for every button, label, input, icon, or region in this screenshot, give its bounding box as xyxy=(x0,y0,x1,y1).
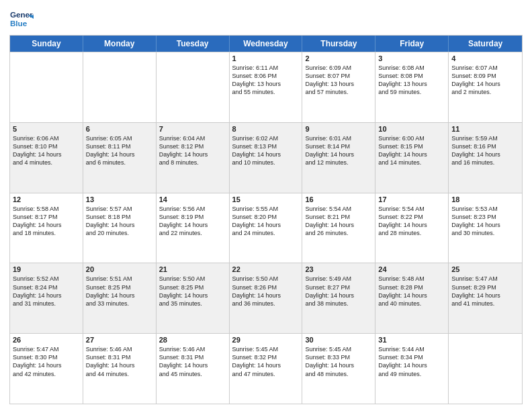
day-cell-19: 19Sunrise: 5:52 AM Sunset: 8:24 PM Dayli… xyxy=(10,263,83,333)
day-info: Sunrise: 5:49 AM Sunset: 8:27 PM Dayligh… xyxy=(305,275,372,308)
day-cell-8: 8Sunrise: 6:02 AM Sunset: 8:13 PM Daylig… xyxy=(230,123,303,193)
day-cell-31: 31Sunrise: 5:44 AM Sunset: 8:34 PM Dayli… xyxy=(375,334,449,404)
day-number: 1 xyxy=(232,54,300,62)
day-info: Sunrise: 5:56 AM Sunset: 8:19 PM Dayligh… xyxy=(159,205,226,238)
day-number: 16 xyxy=(305,195,372,203)
day-number: 17 xyxy=(378,195,445,203)
day-header-thursday: Thursday xyxy=(302,36,375,52)
day-number: 21 xyxy=(159,265,226,273)
day-number: 14 xyxy=(159,195,226,203)
day-info: Sunrise: 5:52 AM Sunset: 8:24 PM Dayligh… xyxy=(13,275,80,308)
day-number: 27 xyxy=(86,336,153,344)
day-number: 28 xyxy=(159,336,226,344)
day-number: 4 xyxy=(451,54,519,62)
day-info: Sunrise: 5:50 AM Sunset: 8:25 PM Dayligh… xyxy=(159,275,226,308)
day-info: Sunrise: 5:50 AM Sunset: 8:26 PM Dayligh… xyxy=(232,275,300,308)
day-info: Sunrise: 5:54 AM Sunset: 8:21 PM Dayligh… xyxy=(305,205,372,238)
day-number: 3 xyxy=(378,54,445,62)
day-info: Sunrise: 6:02 AM Sunset: 8:13 PM Dayligh… xyxy=(232,134,300,167)
day-cell-22: 22Sunrise: 5:50 AM Sunset: 8:26 PM Dayli… xyxy=(230,263,303,333)
day-header-sunday: Sunday xyxy=(10,36,83,52)
day-cell-12: 12Sunrise: 5:58 AM Sunset: 8:17 PM Dayli… xyxy=(10,193,83,263)
day-info: Sunrise: 5:53 AM Sunset: 8:23 PM Dayligh… xyxy=(451,205,519,238)
day-header-tuesday: Tuesday xyxy=(157,36,230,52)
day-number: 22 xyxy=(232,265,300,273)
day-info: Sunrise: 5:54 AM Sunset: 8:22 PM Dayligh… xyxy=(378,205,445,238)
day-cell-27: 27Sunrise: 5:46 AM Sunset: 8:31 PM Dayli… xyxy=(83,334,157,404)
logo: General Blue xyxy=(9,7,34,31)
day-cell-4: 4Sunrise: 6:07 AM Sunset: 8:09 PM Daylig… xyxy=(449,52,522,122)
day-info: Sunrise: 5:57 AM Sunset: 8:18 PM Dayligh… xyxy=(86,205,153,238)
day-number: 13 xyxy=(86,195,153,203)
day-info: Sunrise: 6:07 AM Sunset: 8:09 PM Dayligh… xyxy=(451,64,519,97)
day-header-friday: Friday xyxy=(375,36,449,52)
day-cell-9: 9Sunrise: 6:01 AM Sunset: 8:14 PM Daylig… xyxy=(302,123,375,193)
day-cell-5: 5Sunrise: 6:06 AM Sunset: 8:10 PM Daylig… xyxy=(10,123,83,193)
day-info: Sunrise: 6:11 AM Sunset: 8:06 PM Dayligh… xyxy=(232,64,300,97)
week-row-2: 5Sunrise: 6:06 AM Sunset: 8:10 PM Daylig… xyxy=(10,122,522,193)
day-info: Sunrise: 6:01 AM Sunset: 8:14 PM Dayligh… xyxy=(305,134,372,167)
week-row-4: 19Sunrise: 5:52 AM Sunset: 8:24 PM Dayli… xyxy=(10,263,522,333)
day-cell-15: 15Sunrise: 5:55 AM Sunset: 8:20 PM Dayli… xyxy=(230,193,303,263)
day-info: Sunrise: 5:55 AM Sunset: 8:20 PM Dayligh… xyxy=(232,205,300,238)
empty-cell xyxy=(10,52,83,122)
day-info: Sunrise: 6:05 AM Sunset: 8:11 PM Dayligh… xyxy=(86,134,153,167)
day-cell-3: 3Sunrise: 6:08 AM Sunset: 8:08 PM Daylig… xyxy=(375,52,449,122)
day-cell-30: 30Sunrise: 5:45 AM Sunset: 8:33 PM Dayli… xyxy=(302,334,375,404)
day-header-saturday: Saturday xyxy=(449,36,522,52)
day-cell-11: 11Sunrise: 5:59 AM Sunset: 8:16 PM Dayli… xyxy=(449,123,522,193)
day-cell-14: 14Sunrise: 5:56 AM Sunset: 8:19 PM Dayli… xyxy=(157,193,230,263)
day-cell-26: 26Sunrise: 5:47 AM Sunset: 8:30 PM Dayli… xyxy=(10,334,83,404)
week-row-1: 1Sunrise: 6:11 AM Sunset: 8:06 PM Daylig… xyxy=(10,52,522,122)
day-info: Sunrise: 6:06 AM Sunset: 8:10 PM Dayligh… xyxy=(13,134,80,167)
day-number: 25 xyxy=(451,265,519,273)
day-info: Sunrise: 5:47 AM Sunset: 8:29 PM Dayligh… xyxy=(451,275,519,308)
day-header-wednesday: Wednesday xyxy=(230,36,303,52)
day-number: 6 xyxy=(86,125,153,133)
day-cell-7: 7Sunrise: 6:04 AM Sunset: 8:12 PM Daylig… xyxy=(157,123,230,193)
day-number: 10 xyxy=(378,125,445,133)
day-number: 2 xyxy=(305,54,372,62)
day-cell-18: 18Sunrise: 5:53 AM Sunset: 8:23 PM Dayli… xyxy=(449,193,522,263)
calendar-header: SundayMondayTuesdayWednesdayThursdayFrid… xyxy=(10,36,522,52)
day-number: 31 xyxy=(378,336,445,344)
day-cell-1: 1Sunrise: 6:11 AM Sunset: 8:06 PM Daylig… xyxy=(230,52,303,122)
day-cell-10: 10Sunrise: 6:00 AM Sunset: 8:15 PM Dayli… xyxy=(375,123,449,193)
day-info: Sunrise: 5:45 AM Sunset: 8:32 PM Dayligh… xyxy=(232,345,300,378)
day-number: 7 xyxy=(159,125,226,133)
day-cell-2: 2Sunrise: 6:09 AM Sunset: 8:07 PM Daylig… xyxy=(302,52,375,122)
day-header-monday: Monday xyxy=(83,36,157,52)
day-cell-29: 29Sunrise: 5:45 AM Sunset: 8:32 PM Dayli… xyxy=(230,334,303,404)
svg-text:Blue: Blue xyxy=(10,19,28,28)
day-number: 15 xyxy=(232,195,300,203)
day-cell-16: 16Sunrise: 5:54 AM Sunset: 8:21 PM Dayli… xyxy=(302,193,375,263)
day-info: Sunrise: 6:09 AM Sunset: 8:07 PM Dayligh… xyxy=(305,64,372,97)
day-cell-25: 25Sunrise: 5:47 AM Sunset: 8:29 PM Dayli… xyxy=(449,263,522,333)
day-cell-20: 20Sunrise: 5:51 AM Sunset: 8:25 PM Dayli… xyxy=(83,263,157,333)
day-info: Sunrise: 5:59 AM Sunset: 8:16 PM Dayligh… xyxy=(451,134,519,167)
day-cell-13: 13Sunrise: 5:57 AM Sunset: 8:18 PM Dayli… xyxy=(83,193,157,263)
empty-cell xyxy=(157,52,230,122)
empty-cell xyxy=(83,52,157,122)
day-info: Sunrise: 5:58 AM Sunset: 8:17 PM Dayligh… xyxy=(13,205,80,238)
day-info: Sunrise: 6:04 AM Sunset: 8:12 PM Dayligh… xyxy=(159,134,226,167)
day-number: 19 xyxy=(13,265,80,273)
day-info: Sunrise: 5:44 AM Sunset: 8:34 PM Dayligh… xyxy=(378,345,445,378)
calendar: SundayMondayTuesdayWednesdayThursdayFrid… xyxy=(9,35,523,404)
day-number: 12 xyxy=(13,195,80,203)
day-number: 5 xyxy=(13,125,80,133)
day-info: Sunrise: 5:46 AM Sunset: 8:31 PM Dayligh… xyxy=(86,345,153,378)
day-number: 9 xyxy=(305,125,372,133)
week-row-5: 26Sunrise: 5:47 AM Sunset: 8:30 PM Dayli… xyxy=(10,333,522,404)
header: General Blue xyxy=(9,7,523,31)
day-number: 18 xyxy=(451,195,519,203)
day-info: Sunrise: 6:08 AM Sunset: 8:08 PM Dayligh… xyxy=(378,64,445,97)
day-info: Sunrise: 5:45 AM Sunset: 8:33 PM Dayligh… xyxy=(305,345,372,378)
day-cell-6: 6Sunrise: 6:05 AM Sunset: 8:11 PM Daylig… xyxy=(83,123,157,193)
calendar-body: 1Sunrise: 6:11 AM Sunset: 8:06 PM Daylig… xyxy=(10,52,522,404)
day-info: Sunrise: 5:48 AM Sunset: 8:28 PM Dayligh… xyxy=(378,275,445,308)
day-number: 11 xyxy=(451,125,519,133)
day-number: 30 xyxy=(305,336,372,344)
page: General Blue SundayMondayTuesdayWednesda… xyxy=(0,0,532,411)
day-number: 29 xyxy=(232,336,300,344)
